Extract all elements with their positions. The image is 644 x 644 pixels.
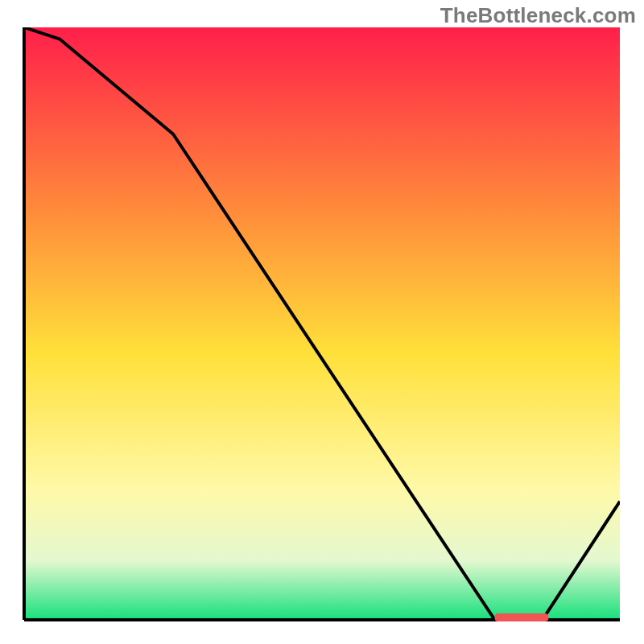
chart-container: TheBottleneck.com bbox=[0, 0, 644, 644]
bottleneck-chart bbox=[0, 0, 644, 644]
plot-background bbox=[24, 27, 620, 620]
optimal-range-marker bbox=[495, 613, 549, 621]
watermark-text: TheBottleneck.com bbox=[440, 3, 636, 28]
